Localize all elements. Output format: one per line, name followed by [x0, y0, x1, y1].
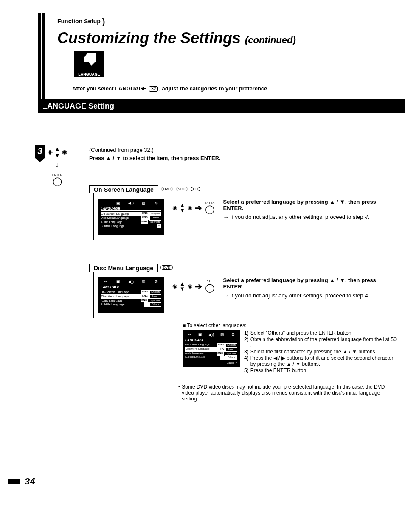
nav-diagram-2: ◉ ▲▼ ◉ ➔ ENTER◯ — [172, 280, 215, 293]
on-screen-instruction: Select a preferred language by pressing … — [223, 199, 397, 211]
disc-menu-note: → If you do not adjust any other setting… — [223, 292, 397, 299]
on-screen-menu-mock: ☷▣◀))▧⚙ LANGUAGE On-Screen LanguageENGEn… — [98, 199, 164, 235]
decorative-bar-1 — [38, 13, 41, 108]
other-lang-menu-mock: ☷▣◀))▧⚙ LANGUAGE On-Screen LanguageENGEn… — [183, 330, 240, 367]
other-language-steps: 1)Select "Others" and press the ENTER bu… — [244, 330, 397, 374]
decorative-bar-2 — [42, 13, 45, 108]
section-band: LANGUAGE Setting — [38, 99, 405, 113]
on-screen-note: → If you do not adjust any other setting… — [223, 214, 397, 220]
intro-text: After you select LANGUAGE 32, adjust the… — [72, 85, 397, 92]
other-languages-title: To select other languages: — [183, 322, 397, 328]
page-number: 34 — [25, 476, 35, 487]
language-icon: LANGUAGE — [74, 51, 104, 77]
disc-tag-cd: CD — [191, 187, 201, 191]
disc-menu-instruction: Select a preferred language by pressing … — [223, 277, 397, 290]
step-instruction: Press ▲ / ▼ to select the item, then pre… — [89, 155, 397, 161]
continued-from: (Continued from page 32.) — [89, 147, 397, 153]
disc-menu-language-heading: Disc Menu Language — [89, 264, 158, 272]
disc-tag-dvd-2: DVD — [160, 265, 173, 270]
step-number: 3 — [35, 145, 45, 158]
control-diagram: ◉ ▲▼ ◉ ↓ ENTER ◯ — [48, 146, 67, 186]
page-footer: 34 — [8, 474, 397, 487]
page-title: Customizing the Settings (continued) — [57, 29, 397, 47]
disc-tag-dvd: DVD — [161, 187, 173, 191]
nav-diagram: ◉ ▲▼ ◉ ➔ ENTER◯ — [172, 201, 215, 214]
on-screen-language-heading: On-Screen Language — [89, 185, 158, 193]
disc-menu-mock: ☷▣◀))▧⚙ LANGUAGE On-Screen LanguageENGEn… — [98, 277, 164, 313]
footnote: • Some DVD video discs may not include y… — [178, 384, 397, 402]
breadcrumb: Function Setup ) — [57, 17, 105, 27]
disc-tag-vcd: VCD — [176, 187, 188, 191]
